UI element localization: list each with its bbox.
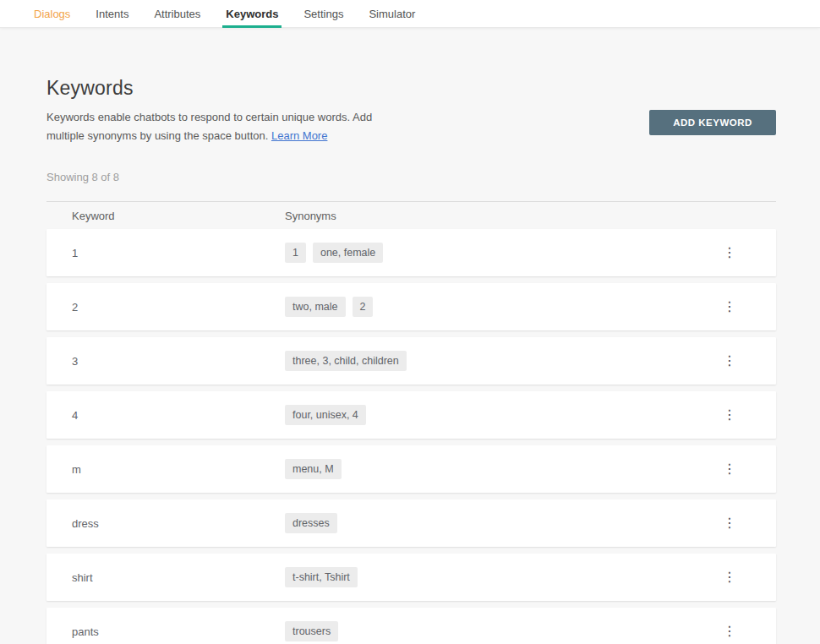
tab-simulator[interactable]: Simulator (369, 0, 415, 28)
row-menu-button[interactable]: ⋮ (716, 293, 743, 320)
synonym-chip: 1 (285, 243, 306, 263)
table-row: pants trousers ⋮ (46, 608, 776, 644)
row-menu-button[interactable]: ⋮ (716, 401, 743, 428)
tab-dialogs[interactable]: Dialogs (34, 0, 70, 28)
keyword-cell: shirt (46, 571, 285, 584)
row-menu-button[interactable]: ⋮ (716, 564, 743, 591)
synonym-chip: 2 (353, 297, 374, 317)
synonyms-cell: three, 3, child, children (285, 351, 683, 371)
synonym-chip: two, male (285, 297, 346, 317)
tab-keywords[interactable]: Keywords (226, 0, 278, 28)
synonym-chip: menu, M (285, 459, 342, 479)
keywords-page: Keywords Keywords enable chatbots to res… (46, 28, 776, 644)
table-row: 1 1 one, female ⋮ (46, 229, 776, 276)
kebab-menu-icon: ⋮ (723, 246, 736, 259)
synonyms-cell: four, unisex, 4 (285, 405, 683, 425)
synonym-chip: one, female (313, 243, 383, 263)
table-row: 4 four, unisex, 4 ⋮ (46, 391, 776, 439)
row-menu-button[interactable]: ⋮ (716, 456, 743, 483)
keyword-cell: dress (46, 517, 285, 530)
kebab-menu-icon: ⋮ (723, 625, 736, 638)
keyword-cell: m (46, 463, 285, 476)
table-row: dress dresses ⋮ (46, 499, 776, 547)
keyword-cell: 3 (46, 355, 285, 368)
showing-count: Showing 8 of 8 (46, 171, 776, 183)
synonyms-cell: menu, M (285, 459, 683, 479)
tab-intents[interactable]: Intents (96, 0, 128, 28)
kebab-menu-icon: ⋮ (723, 408, 736, 422)
row-menu-button[interactable]: ⋮ (716, 510, 743, 537)
kebab-menu-icon: ⋮ (723, 570, 736, 584)
synonym-chip: four, unisex, 4 (285, 405, 366, 425)
top-tab-bar: Dialogs Intents Attributes Keywords Sett… (0, 0, 820, 28)
synonym-chip: three, 3, child, children (285, 351, 407, 371)
tab-settings[interactable]: Settings (303, 0, 343, 28)
kebab-menu-icon: ⋮ (723, 300, 736, 314)
keyword-cell: 1 (46, 247, 285, 259)
tab-attributes[interactable]: Attributes (154, 0, 200, 28)
keyword-cell: 2 (46, 301, 285, 314)
synonyms-cell: t-shirt, Tshirt (285, 567, 683, 587)
column-header-synonyms: Synonyms (285, 210, 683, 222)
synonym-chip: t-shirt, Tshirt (285, 567, 358, 587)
table-row: m menu, M ⋮ (46, 445, 776, 493)
kebab-menu-icon: ⋮ (723, 516, 736, 530)
synonyms-cell: trousers (285, 621, 683, 641)
table-row: 3 three, 3, child, children ⋮ (46, 337, 776, 385)
add-keyword-button[interactable]: ADD KEYWORD (649, 110, 776, 135)
column-header-keyword: Keyword (46, 210, 285, 222)
row-menu-button[interactable]: ⋮ (716, 347, 743, 374)
row-menu-button[interactable]: ⋮ (716, 618, 743, 644)
table-row: shirt t-shirt, Tshirt ⋮ (46, 554, 776, 601)
kebab-menu-icon: ⋮ (723, 462, 736, 476)
intro-row: Keywords enable chatbots to respond to c… (46, 108, 776, 145)
keyword-cell: 4 (46, 409, 285, 422)
synonym-chip: trousers (285, 621, 338, 641)
page-title: Keywords (46, 77, 776, 100)
page-description: Keywords enable chatbots to respond to c… (46, 108, 374, 145)
learn-more-link[interactable]: Learn More (271, 129, 327, 142)
table-header-row: Keyword Synonyms (46, 202, 776, 229)
keyword-cell: pants (46, 625, 285, 638)
row-menu-button[interactable]: ⋮ (716, 239, 743, 266)
synonym-chip: dresses (285, 513, 337, 533)
synonyms-cell: dresses (285, 513, 683, 533)
keywords-table: 1 1 one, female ⋮ 2 two, male 2 ⋮ 3 thre… (46, 229, 776, 644)
kebab-menu-icon: ⋮ (723, 354, 736, 368)
synonyms-cell: 1 one, female (285, 243, 683, 263)
table-row: 2 two, male 2 ⋮ (46, 283, 776, 330)
synonyms-cell: two, male 2 (285, 297, 683, 317)
